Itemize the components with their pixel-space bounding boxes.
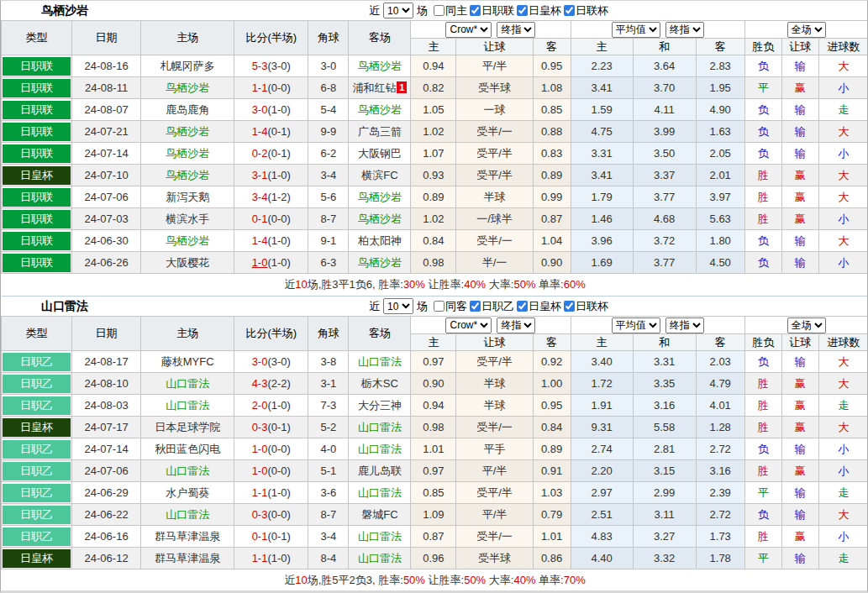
summary-segment: 单率:	[535, 278, 563, 291]
same-venue-label: 同主	[445, 3, 467, 18]
corner-cell: 3-1	[308, 373, 349, 395]
outcome-result-cell: 平	[744, 548, 781, 569]
league-filter[interactable]: 日皇杯	[517, 3, 561, 18]
handicap-result-cell: 赢	[781, 208, 818, 230]
recent-count-select[interactable]: 10	[383, 298, 413, 314]
outcome-result-cell: 胜	[744, 460, 781, 482]
corner-cell: 6-3	[308, 252, 349, 274]
company-stage-select[interactable]: 终指	[497, 22, 535, 38]
goals-result-cell: 小	[818, 143, 868, 165]
date-cell: 24-07-14	[72, 438, 141, 460]
league-cell: 日职联	[2, 208, 72, 230]
summary-segment: 40%	[464, 278, 486, 291]
away-team-name: 鸟栖沙岩	[358, 213, 402, 225]
home-odds-cell: 0.94	[411, 55, 456, 77]
home-team-name: 横滨水手	[166, 213, 209, 225]
summary-segment: 单率:	[535, 574, 563, 586]
home-team-cell: 鸟栖沙岩	[141, 121, 234, 143]
home-odds-cell: 1.09	[411, 504, 456, 526]
avg-away-cell: 4.79	[696, 373, 744, 395]
odds-company-select[interactable]: Crow*	[445, 22, 492, 38]
away-odds-cell: 0.99	[533, 186, 571, 208]
table-row: 日皇杯24-07-17日本足球学院0-3(0-1)5-2山口雷法0.98受半/一…	[2, 417, 868, 438]
table-row: 日职乙24-08-03山口雷法2-0(1-0)7-3大分三神0.94半球0.95…	[2, 395, 868, 417]
matches-table: 类型日期主场比分(半场)角球客场Crow*终指平均值终指全场主让球客主和客胜负让…	[1, 20, 868, 296]
company-stage-select[interactable]: 终指	[497, 317, 535, 333]
handicap-cell: 平/半	[456, 55, 533, 77]
league-filter-checkbox[interactable]	[517, 5, 528, 16]
same-venue-filter[interactable]: 同客	[434, 299, 467, 314]
league-filter-checkbox[interactable]	[564, 5, 575, 16]
handicap-result-cell: 输	[781, 482, 818, 504]
away-odds-cell: 1.08	[533, 77, 571, 99]
same-venue-checkbox[interactable]	[434, 5, 445, 16]
goals-result-cell: 走	[818, 482, 868, 504]
league-filter[interactable]: 日联杯	[564, 3, 608, 18]
scope-select[interactable]: 全场	[787, 317, 826, 333]
date-cell: 24-08-07	[72, 99, 141, 121]
avg-away-cell: 4.50	[696, 252, 744, 274]
league-cell: 日皇杯	[2, 165, 72, 186]
fulltime-score: 5-3	[252, 60, 268, 72]
halftime-score: (0-0)	[267, 508, 290, 521]
date-cell: 24-07-14	[72, 143, 141, 165]
avg-away-cell: 2.05	[696, 143, 744, 165]
europe-odds-type-select[interactable]: 平均值	[612, 22, 660, 38]
same-venue-filter[interactable]: 同主	[434, 3, 467, 18]
league-filter-checkbox[interactable]	[517, 301, 528, 312]
handicap-result-cell: 赢	[781, 417, 818, 438]
away-team-cell: 鹿儿岛联	[349, 460, 411, 482]
away-odds-cell: 1.00	[533, 373, 571, 395]
avg-home-cell: 2.51	[571, 504, 633, 526]
league-filter-checkbox[interactable]	[470, 5, 481, 16]
goals-result-cell: 走	[818, 548, 868, 569]
avg-away-cell: 3.97	[696, 186, 744, 208]
column-header: 角球	[308, 317, 349, 351]
home-team-cell: 鸟栖沙岩	[141, 143, 234, 165]
corner-cell: 9-1	[308, 230, 349, 252]
odds-company-select[interactable]: Crow*	[445, 317, 492, 333]
date-cell: 24-06-16	[72, 526, 141, 548]
date-cell: 24-07-03	[72, 208, 141, 230]
avg-home-cell: 3.41	[571, 165, 633, 186]
league-filter-checkbox[interactable]	[470, 301, 481, 312]
home-odds-cell: 0.84	[411, 230, 456, 252]
subcol-header: 客	[533, 39, 571, 55]
away-team-cell: 鸟栖沙岩	[349, 55, 411, 77]
league-filter-label: 日联杯	[576, 299, 608, 314]
home-team-cell: 山口雷法	[141, 373, 234, 395]
corner-cell: 4-0	[308, 438, 349, 460]
league-filter[interactable]: 日职联	[470, 3, 514, 18]
halftime-score: (1-0)	[267, 103, 290, 116]
league-filter-checkbox[interactable]	[564, 301, 575, 312]
outcome-result-cell: 负	[744, 121, 781, 143]
goals-result-cell: 大	[818, 186, 868, 208]
handicap-cell: 受平/半	[456, 165, 533, 186]
same-venue-checkbox[interactable]	[434, 301, 445, 312]
goals-result-cell: 小	[818, 438, 868, 460]
summary-segment: 让胜率:	[425, 278, 464, 291]
league-badge: 日职联	[3, 79, 71, 97]
outcome-result-cell: 负	[744, 504, 781, 526]
fulltime-score: 0-1	[252, 213, 268, 225]
league-filter[interactable]: 日职乙	[470, 299, 514, 314]
avg-home-cell: 4.40	[571, 548, 633, 569]
goals-result-cell: 小	[818, 252, 868, 274]
away-team-name: 山口雷法	[358, 355, 402, 368]
games-label: 场	[417, 3, 428, 18]
europe-stage-select[interactable]: 终指	[665, 317, 704, 333]
league-filter[interactable]: 日联杯	[564, 299, 608, 314]
home-odds-cell: 0.85	[411, 482, 456, 504]
away-team-name: 广岛三箭	[358, 125, 402, 138]
europe-odds-type-select[interactable]: 平均值	[612, 317, 660, 333]
recent-count-select[interactable]: 10	[383, 3, 413, 18]
league-badge: 日职乙	[3, 440, 71, 459]
date-cell: 24-07-21	[72, 121, 141, 143]
corner-cell: 5-2	[308, 417, 349, 438]
league-badge: 日职联	[3, 210, 71, 228]
scope-select[interactable]: 全场	[787, 22, 826, 38]
league-filter[interactable]: 日皇杯	[517, 299, 561, 314]
europe-odds-header: 平均值终指	[571, 317, 744, 334]
europe-stage-select[interactable]: 终指	[665, 22, 704, 38]
home-team-name: 鸟栖沙岩	[166, 169, 209, 181]
